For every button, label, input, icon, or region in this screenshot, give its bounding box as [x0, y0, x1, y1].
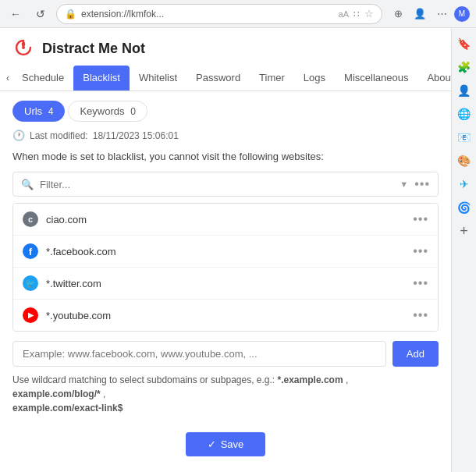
url-more-twitter[interactable]: ••• — [413, 276, 428, 290]
add-url-input[interactable] — [12, 341, 386, 367]
wildcard-hint: Use wildcard matching to select subdomai… — [0, 371, 451, 424]
sidebar-user-icon[interactable]: 👤 — [455, 81, 474, 100]
filter-input[interactable] — [40, 179, 393, 190]
tab-miscellaneous[interactable]: Miscellaneous — [335, 66, 417, 91]
url-facebook: *.facebook.com — [46, 246, 405, 257]
right-sidebar: 🔖 🧩 👤 🌐 📧 🎨 ✈ 🌀 + — [451, 28, 476, 472]
modified-prefix: Last modified: — [30, 130, 88, 141]
content-area: Distract Me Not ‹ Schedule Blacklist Whi… — [0, 28, 451, 472]
app-logo — [12, 37, 34, 59]
tabs-nav: ‹ Schedule Blacklist Whitelist Password … — [0, 66, 451, 91]
reload-button[interactable]: ↺ — [31, 5, 50, 23]
wildcard-separator: , — [346, 374, 348, 385]
sidebar-telegram-icon[interactable]: ✈ — [455, 175, 474, 193]
url-more-youtube[interactable]: ••• — [413, 308, 428, 322]
sidebar-outlook-icon[interactable]: 📧 — [455, 128, 474, 147]
save-section: ✓ Save — [0, 424, 451, 469]
clock-icon: 🕐 — [12, 130, 25, 141]
tab-schedule[interactable]: Schedule — [12, 66, 73, 91]
tab-about[interactable]: About — [417, 66, 451, 91]
favicon-ciao: c — [23, 211, 38, 227]
url-twitter: *.twitter.com — [46, 278, 405, 289]
sidebar-color-icon[interactable]: 🎨 — [455, 151, 474, 170]
keywords-label: Keywords — [80, 105, 124, 117]
star-icon: ☆ — [364, 8, 374, 20]
url-ciao: ciao.com — [46, 214, 405, 225]
modified-datetime: 18/11/2023 15:06:01 — [93, 130, 179, 141]
favicon-youtube: ▶ — [23, 307, 38, 323]
translate-icon: aA — [339, 9, 349, 19]
browser-actions: ⊕ 👤 ⋯ M — [389, 5, 470, 23]
urls-count: 4 — [48, 106, 54, 117]
tab-password[interactable]: Password — [186, 66, 250, 91]
urls-label: Urls — [24, 105, 42, 117]
wildcard-example1: *.example.com — [278, 374, 343, 385]
tab-blacklist[interactable]: Blacklist — [73, 66, 130, 91]
sidebar-puzzle-icon[interactable]: 🧩 — [455, 58, 474, 76]
url-bar[interactable]: 🔒 extension://lkmfok... aA ∷ ☆ — [56, 4, 382, 24]
tab-timer[interactable]: Timer — [250, 66, 294, 91]
sidebar-globe-icon[interactable]: 🌐 — [455, 105, 474, 123]
menu-button[interactable]: ⋯ — [432, 5, 451, 23]
inner-tab-urls[interactable]: Urls 4 — [12, 101, 65, 122]
profile-icon[interactable]: M — [454, 6, 470, 22]
tab-whitelist[interactable]: Whitelist — [130, 66, 186, 91]
save-label: Save — [221, 438, 244, 450]
svg-point-1 — [22, 46, 25, 49]
filter-dropdown-icon[interactable]: ▼ — [400, 179, 408, 189]
wildcard-comma: , — [103, 389, 105, 399]
keywords-count: 0 — [130, 106, 136, 117]
url-text: extension://lkmfok... — [81, 9, 164, 20]
url-item-ciao: c ciao.com ••• — [13, 204, 438, 236]
url-more-facebook[interactable]: ••• — [413, 244, 428, 258]
favicon-facebook: f — [23, 243, 38, 259]
save-button[interactable]: ✓ Save — [186, 432, 266, 456]
user-button[interactable]: 👤 — [410, 5, 429, 23]
app-header: Distract Me Not — [0, 28, 451, 66]
filter-more-icon[interactable]: ••• — [414, 177, 430, 191]
url-item-twitter: 🐦 *.twitter.com ••• — [13, 268, 438, 300]
wildcard-example3: example.com/exact-link$ — [12, 403, 123, 413]
font-icon: ∷ — [353, 9, 360, 20]
browser-bar: ← ↺ 🔒 extension://lkmfok... aA ∷ ☆ ⊕ 👤 ⋯… — [0, 0, 476, 28]
inner-tabs: Urls 4 Keywords 0 — [0, 91, 451, 128]
description: When mode is set to blacklist, you canno… — [0, 147, 451, 172]
inner-tab-keywords[interactable]: Keywords 0 — [68, 101, 147, 122]
sidebar-ext-icon[interactable]: 🌀 — [455, 198, 474, 217]
wildcard-example2: example.com/blog/* — [12, 389, 101, 399]
sidebar-add-icon[interactable]: + — [455, 222, 474, 240]
lock-icon: 🔒 — [65, 9, 76, 20]
tab-logs[interactable]: Logs — [294, 66, 335, 91]
url-youtube: *.youtube.com — [46, 310, 405, 321]
add-button[interactable]: Add — [393, 341, 439, 367]
add-url-section: Add — [0, 332, 451, 371]
app-title: Distract Me Not — [42, 41, 145, 57]
url-item-youtube: ▶ *.youtube.com ••• — [13, 300, 438, 331]
favicon-twitter: 🐦 — [23, 275, 38, 291]
url-more-ciao[interactable]: ••• — [413, 212, 428, 226]
back-button[interactable]: ← — [6, 5, 25, 23]
extensions-button[interactable]: ⊕ — [389, 5, 407, 23]
tab-scroll-left[interactable]: ‹ — [3, 69, 12, 87]
url-item-facebook: f *.facebook.com ••• — [13, 236, 438, 268]
url-list: c ciao.com ••• f *.facebook.com ••• 🐦 *.… — [12, 203, 439, 332]
main-layout: Distract Me Not ‹ Schedule Blacklist Whi… — [0, 28, 476, 472]
save-check-icon: ✓ — [208, 438, 216, 450]
modified-info: 🕐 Last modified: 18/11/2023 15:06:01 — [0, 128, 451, 147]
sidebar-bookmark-icon[interactable]: 🔖 — [455, 34, 474, 53]
filter-bar: 🔍 ▼ ••• — [12, 172, 439, 197]
wildcard-prefix: Use wildcard matching to select subdomai… — [12, 374, 278, 385]
extension-page: Distract Me Not ‹ Schedule Blacklist Whi… — [0, 28, 451, 472]
filter-search-icon: 🔍 — [21, 179, 34, 190]
